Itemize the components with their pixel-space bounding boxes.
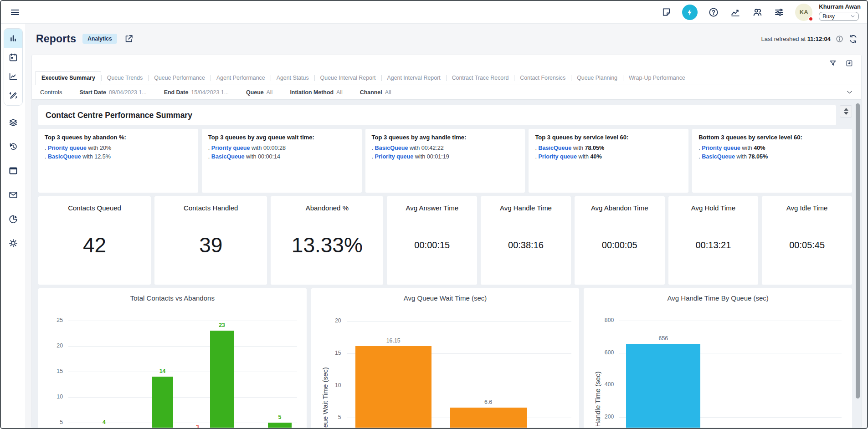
queue-link[interactable]: Priority queue	[48, 145, 87, 151]
kpi-value: 00:13:21	[696, 240, 731, 250]
sidebar-item-settings[interactable]	[4, 234, 22, 253]
external-link-icon[interactable]	[123, 33, 134, 44]
recent-icon	[8, 142, 18, 152]
datasets-icon	[8, 117, 18, 128]
tab-agent-interval-report[interactable]: Agent Interval Report	[382, 72, 446, 85]
queue-link[interactable]: Priority queue	[211, 145, 250, 151]
vertical-scrollbar[interactable]	[856, 103, 860, 398]
queue-link[interactable]: BasicQueue	[48, 153, 81, 160]
sidebar-item-calendar[interactable]	[4, 48, 22, 67]
sidebar-item-mail[interactable]	[4, 185, 22, 204]
main: Reports Analytics Last refreshed at 11:1…	[26, 24, 867, 428]
sidebar-item-datasets[interactable]	[4, 113, 22, 132]
status-select[interactable]: Busy	[819, 12, 859, 21]
y-tick-label: 15	[320, 350, 341, 356]
summary-heading: Contact Centre Performance Summary	[46, 111, 192, 120]
filter-queue[interactable]: QueueAll	[246, 89, 272, 96]
tab-queue-planning[interactable]: Queue Planning	[571, 72, 623, 85]
summary-heading-card: Contact Centre Performance Summary	[38, 105, 836, 125]
bar[interactable]	[355, 346, 431, 428]
bar-value-label: 16.15	[346, 337, 441, 344]
tab-queue-trends[interactable]: Queue Trends	[102, 72, 149, 85]
bar[interactable]	[626, 344, 700, 428]
insight-card: Top 3 queues by avg handle time:. BasicQ…	[365, 129, 525, 193]
chart-card-avg-queue-wait-time-sec: Avg Queue Wait Time (sec)201510516.156.6…	[311, 288, 580, 428]
pie-chart-icon	[8, 214, 18, 224]
bar[interactable]	[268, 423, 292, 428]
avatar[interactable]: KA	[795, 4, 812, 21]
insight-item: . BasicQueue with 00:42:22	[372, 144, 519, 153]
queue-link[interactable]: BasicQueue	[375, 145, 408, 151]
insight-title: Top 3 queues by avg handle time:	[372, 134, 519, 141]
refresh-icon[interactable]	[848, 34, 858, 44]
chart-card-avg-handle-time-by-queue-sec: Avg Handle Time By Queue (sec)8006004002…	[584, 288, 852, 428]
report-card: Executive SummaryQueue TrendsQueue Perfo…	[31, 55, 862, 428]
queue-link[interactable]: Priority queue	[538, 153, 577, 160]
y-axis-label: Avg Handle Time (sec)	[594, 372, 601, 428]
menu-icon[interactable]	[7, 5, 23, 20]
kpi-value: 00:00:05	[602, 240, 637, 250]
page-title: Reports	[36, 33, 76, 45]
settings-icon	[8, 238, 18, 248]
tab-contract-trace-record[interactable]: Contract Trace Record	[447, 72, 514, 85]
last-refreshed-text: Last refreshed at 11:12:04	[761, 36, 831, 42]
bar[interactable]	[450, 408, 527, 428]
tab-contact-forensics[interactable]: Contact Forensics	[514, 72, 571, 85]
user-block: Khurram Awan Busy	[819, 3, 861, 21]
insight-card: Bottom 3 queues by service level 60:. Pr…	[692, 129, 852, 193]
controls-expand-chevron-icon[interactable]	[846, 89, 853, 96]
queue-link[interactable]: Priority queue	[702, 145, 740, 151]
kpi-card-avg-handle-time: Avg Handle Time00:38:16	[481, 196, 571, 285]
page-header: Reports Analytics Last refreshed at 11:1…	[26, 24, 867, 47]
filter-channel[interactable]: ChannelAll	[360, 89, 391, 96]
tab-queue-interval-report[interactable]: Queue Interval Report	[315, 72, 381, 85]
preferences-icon[interactable]	[773, 6, 785, 18]
gridline	[68, 397, 297, 398]
export-download-icon[interactable]	[845, 59, 854, 68]
kpi-value-wrap: 13.33%	[292, 212, 363, 285]
sidebar-item-dashboards[interactable]	[4, 29, 22, 48]
filter-end-date[interactable]: End Date15/04/2023 1...	[164, 89, 229, 96]
sidebar	[1, 24, 26, 428]
queue-link[interactable]: BasicQueue	[538, 145, 571, 151]
sidebar-item-recent[interactable]	[4, 137, 22, 156]
sidebar-item-window[interactable]	[4, 161, 22, 180]
tab-agent-status[interactable]: Agent Status	[271, 72, 314, 85]
analyses-icon	[8, 72, 18, 82]
queue-link[interactable]: BasicQueue	[211, 153, 245, 160]
compose-note-icon[interactable]	[660, 6, 672, 18]
queue-link[interactable]: Priority queue	[375, 153, 414, 160]
kpi-title: Avg Idle Time	[786, 204, 828, 212]
kpi-value: 00:38:16	[508, 240, 544, 250]
insight-cards-row: Top 3 queues by abandon %:. Priority que…	[38, 129, 852, 193]
kpi-card-avg-answer-time: Avg Answer Time00:00:15	[387, 196, 477, 285]
scroll-spinner[interactable]	[840, 105, 852, 117]
bar-value-label: 14	[143, 368, 182, 374]
filter-start-date[interactable]: Start Date09/04/2023 1...	[79, 89, 146, 96]
bar-value-label: 4	[85, 419, 123, 425]
gridline	[347, 321, 571, 322]
design-icon	[8, 91, 18, 101]
sidebar-item-pie-chart[interactable]	[4, 209, 22, 229]
quicksight-bolt-icon[interactable]	[682, 5, 698, 20]
tab-wrap-up-performance[interactable]: Wrap-Up Performance	[623, 72, 691, 85]
tab-queue-performance[interactable]: Queue Performance	[149, 72, 211, 85]
tab-executive-summary[interactable]: Executive Summary	[36, 71, 101, 85]
tab-agent-performance[interactable]: Agent Performance	[211, 72, 271, 85]
usage-metrics-icon[interactable]	[729, 6, 741, 18]
spinner-up-icon[interactable]	[844, 108, 848, 111]
queue-link[interactable]: BasicQueue	[702, 153, 735, 160]
agents-icon[interactable]	[751, 6, 763, 18]
y-tick-label: 25	[42, 317, 63, 323]
filter-intiation-method[interactable]: Intiation MethodAll	[290, 89, 342, 96]
spinner-down-icon[interactable]	[844, 112, 848, 115]
info-icon[interactable]	[836, 35, 843, 43]
bar[interactable]	[152, 377, 173, 428]
bar[interactable]	[210, 331, 234, 428]
sidebar-item-analyses[interactable]	[4, 67, 22, 86]
sidebar-item-design[interactable]	[4, 86, 22, 105]
y-tick-label: 10	[42, 393, 63, 400]
help-icon[interactable]	[708, 6, 719, 18]
filter-funnel-icon[interactable]	[828, 59, 837, 68]
y-tick-label: 5	[42, 419, 63, 425]
